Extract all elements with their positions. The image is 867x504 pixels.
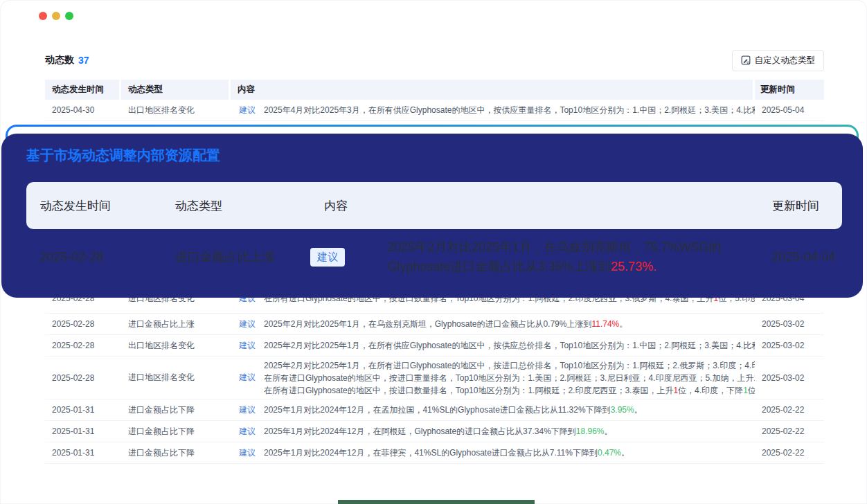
row-content-lines: 2025年1月对比2024年12月，在孟加拉国，41%SL的Glyphosate…: [264, 404, 755, 416]
table-header: 动态发生时间 动态类型 内容 更新时间: [45, 80, 824, 100]
content-line: 在所有进口Glyphosate的地区中，按进口数量排名，Top10地区分别为：1…: [264, 384, 755, 397]
suggestion-badge[interactable]: 建议: [239, 404, 256, 416]
table-row: 2025-02-28出口地区排名变化建议2025年2月对比2025年1月，在所有…: [45, 335, 824, 357]
row-content: 建议2025年2月对比2025年1月，在乌兹别克斯坦，Glyphosate的进口…: [231, 318, 755, 330]
table-row: 2025-01-31进口金额占比下降建议2025年1月对比2024年12月，在菲…: [45, 442, 824, 464]
row-type: 进口金额占比上涨: [121, 318, 231, 330]
customize-button-label: 自定义动态类型: [755, 55, 816, 66]
row-type: 进口地区排名变化: [121, 372, 231, 384]
content-segment: 在所有进口Glyphosate的地区中，按进口重量排名，Top10地区分别为：1…: [264, 373, 753, 383]
suggestion-badge[interactable]: 建议: [310, 248, 345, 267]
row-type: 出口地区排名变化: [121, 105, 231, 116]
row-time: 2025-04-30: [45, 105, 121, 115]
row-type: 进口金额占比上涨: [161, 249, 310, 265]
suggestion-badge[interactable]: 建议: [239, 426, 256, 438]
row-time: 2025-01-31: [45, 448, 121, 458]
content-segment: 。: [634, 405, 643, 415]
table-row: 2025-02-28进口地区排名变化建议2025年2月对比2025年1月，在所有…: [45, 357, 824, 399]
row-content: 建议2025年4月对比2025年3月，在所有供应Glyphosate的地区中，按…: [231, 104, 755, 116]
callout-table: 动态发生时间 动态类型 内容 更新时间 2025-02-28进口金额占比上涨建议…: [26, 182, 842, 285]
row-content: 建议2025年1月对比2024年12月，在孟加拉国，41%SL的Glyphosa…: [231, 404, 755, 416]
zoom-window-button[interactable]: [65, 12, 73, 20]
content-line: 2025年1月对比2024年12月，在孟加拉国，41%SL的Glyphosate…: [264, 404, 755, 416]
content-segment: 2025年4月对比2025年3月，在所有供应Glyphosate的地区中，按供应…: [264, 105, 755, 115]
content-segment-fall: 3.95%: [611, 405, 634, 415]
content-segment: 位，5.俄罗斯...: [748, 386, 755, 395]
content-segment: 2025年1月对比2024年12月，在菲律宾，41%SL的Glyphosate进…: [264, 448, 598, 458]
customize-dynamic-type-button[interactable]: 自定义动态类型: [732, 50, 825, 71]
suggestion-badge[interactable]: 建议: [239, 447, 256, 459]
close-window-button[interactable]: [39, 12, 47, 20]
row-updated: 2025-03-02: [755, 319, 824, 329]
row-content: 建议2025年2月对比2025年1月，在所有供应Glyphosate的地区中，按…: [231, 339, 755, 352]
suggestion-badge[interactable]: 建议: [239, 105, 256, 116]
col-header-updated: 更新时间: [755, 80, 824, 100]
content-segment: 2025年1月对比2024年12月，在阿根廷，Glyphosate的进口金额占比…: [264, 426, 576, 436]
callout-title: 基于市场动态调整内部资源配置: [26, 146, 857, 165]
app-window: 动态数 37 自定义动态类型 动态发生时间 动态类型 内容 更新时间 2025-…: [0, 0, 867, 504]
content-segment: 。: [605, 426, 613, 436]
row-content-lines: 2025年2月对比2025年1月，在乌兹别亮斯坦，75.7%WSG的Glypho…: [388, 237, 742, 276]
row-content-lines: 2025年2月对比2025年1月，在乌兹别克斯坦，Glyphosate的进口金额…: [264, 318, 755, 330]
row-content-lines: 2025年2月对比2025年1月，在所有供应Glyphosate的地区中，按供应…: [264, 339, 755, 352]
row-time: 2025-02-28: [45, 373, 121, 383]
content-segment: 。: [621, 448, 629, 458]
content-segment-rise: 25.73%.: [611, 260, 656, 273]
callout-col-type: 动态类型: [161, 198, 310, 214]
callout-col-content: 内容: [310, 198, 753, 214]
col-header-type: 动态类型: [121, 80, 231, 100]
table-row: 2025-02-28进口金额占比上涨建议2025年2月对比2025年1月，在乌兹…: [45, 314, 824, 335]
row-updated: 2025-04-04: [753, 250, 842, 264]
content-line: 2025年2月对比2025年1月，在所有供应Glyphosate的地区中，按供应…: [264, 339, 755, 352]
table-row: 2025-04-30出口地区排名变化建议2025年4月对比2025年3月，在所有…: [45, 100, 824, 121]
content-segment: 2025年1月对比2024年12月，在孟加拉国，41%SL的Glyphosate…: [264, 405, 611, 415]
content-segment: 2025年2月对比2025年1月，在所有进口Glyphosate的地区中，按进口…: [264, 361, 755, 370]
toolbar: 动态数 37 自定义动态类型: [45, 50, 824, 71]
callout-col-updated: 更新时间: [753, 198, 842, 214]
row-type: 进口金额占比下降: [121, 426, 231, 438]
suggestion-badge[interactable]: 建议: [239, 318, 256, 330]
content-segment: 2025年2月对比2025年1月，在乌兹别克斯坦，Glyphosate的进口金额…: [264, 319, 591, 329]
content-line: 2025年2月对比2025年1月，在乌兹别克斯坦，Glyphosate的进口金额…: [264, 318, 755, 330]
row-updated: 2025-03-02: [755, 373, 824, 383]
row-content: 建议2025年1月对比2024年12月，在菲律宾，41%SL的Glyphosat…: [231, 447, 755, 459]
content-segment: 位，4.印度，下降: [678, 386, 743, 395]
content-line: 2025年2月对比2025年1月，在乌兹别亮斯坦，75.7%WSG的Glypho…: [388, 237, 742, 276]
row-updated: 2025-02-22: [755, 405, 824, 415]
row-content-lines: 2025年2月对比2025年1月，在所有进口Glyphosate的地区中，按进口…: [264, 359, 755, 397]
row-time: 2025-02-28: [45, 341, 121, 350]
suggestion-badge[interactable]: 建议: [239, 372, 256, 384]
content-segment: 在所有进口Glyphosate的地区中，按进口数量排名，Top10地区分别为：1…: [264, 386, 673, 395]
row-time: 2025-01-31: [45, 426, 121, 436]
table-row: 2025-01-31进口金额占比下降建议2025年1月对比2024年12月，在孟…: [45, 399, 824, 421]
row-time: 2025-02-28: [45, 319, 121, 329]
row-content: 建议2025年1月对比2024年12月，在阿根廷，Glyphosate的进口金额…: [231, 425, 755, 438]
highlight-callout-panel: 基于市场动态调整内部资源配置 动态发生时间 动态类型 内容 更新时间 2025-…: [6, 125, 859, 292]
dynamics-count-label: 动态数: [45, 54, 74, 66]
col-header-time: 动态发生时间: [45, 80, 121, 100]
content-segment-fall: 1: [743, 386, 748, 395]
window-controls: [39, 12, 73, 20]
row-type: 出口地区排名变化: [121, 340, 231, 352]
row-updated: 2025-03-02: [755, 341, 824, 350]
table-row: 2025-01-31进口金额占比下降建议2025年1月对比2024年12月，在阿…: [45, 421, 824, 442]
row-content: 建议2025年2月对比2025年1月，在所有进口Glyphosate的地区中，按…: [231, 359, 755, 397]
table-rows-bottom: 2025-02-28进口地区排名变化建议在所有进口Glyphosate的地区中，…: [45, 284, 824, 464]
content-segment-rise: 11.74%: [591, 319, 619, 329]
row-type: 进口金额占比下降: [121, 447, 231, 459]
row-content-lines: 2025年1月对比2024年12月，在阿根廷，Glyphosate的进口金额占比…: [264, 425, 755, 438]
content-segment: 2025年2月对比2025年1月，在所有供应Glyphosate的地区中，按供应…: [264, 341, 755, 350]
row-type: 进口金额占比下降: [121, 404, 231, 416]
content-line: 2025年4月对比2025年3月，在所有供应Glyphosate的地区中，按供应…: [264, 104, 755, 116]
dynamics-table: 动态发生时间 动态类型 内容 更新时间 2025-04-30出口地区排名变化建议…: [45, 80, 824, 121]
content-segment: 。: [619, 319, 627, 329]
callout-col-time: 动态发生时间: [26, 198, 161, 214]
row-content-lines: 2025年1月对比2024年12月，在菲律宾，41%SL的Glyphosate进…: [264, 447, 755, 459]
minimize-window-button[interactable]: [52, 12, 60, 20]
row-updated: 2025-02-22: [755, 448, 824, 458]
content-line: 2025年1月对比2024年12月，在阿根廷，Glyphosate的进口金额占比…: [264, 425, 755, 438]
dynamics-count-value: 37: [78, 55, 89, 66]
window-bottom-bar: [338, 500, 535, 504]
suggestion-badge[interactable]: 建议: [239, 340, 256, 352]
table-rows-top: 2025-04-30出口地区排名变化建议2025年4月对比2025年3月，在所有…: [45, 100, 824, 121]
